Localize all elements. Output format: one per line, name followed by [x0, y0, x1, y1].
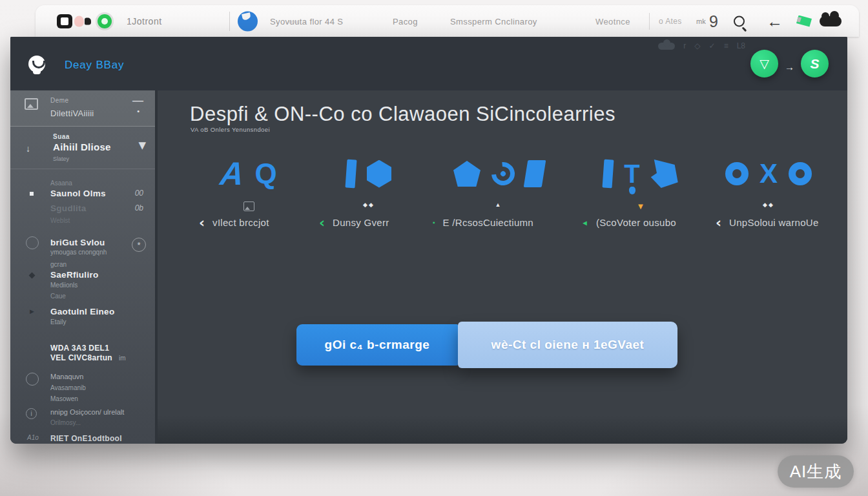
menu-item-5[interactable]: o Ates: [659, 17, 682, 26]
cloud-icon[interactable]: [820, 16, 842, 26]
apple-glyph-icon: [85, 17, 91, 25]
profile-name: Aihiil Dliose: [53, 141, 111, 152]
category-label[interactable]: E /RcsosCuiectiumn: [443, 217, 533, 228]
app-header: Deay BBay r ◇ ✓ ≡ L8 ▽ → S: [10, 37, 847, 90]
category-warehouse[interactable]: X ◆◆ ‹ UnpSoloui warnoUe: [710, 155, 827, 239]
arrow-right-icon: →: [785, 61, 794, 72]
image-marker-icon: [243, 202, 254, 211]
mini-cloud-icon: [658, 43, 675, 50]
g-circle-icon: [26, 236, 39, 249]
image-frame-icon: [25, 98, 38, 110]
category-project[interactable]: A Q ‹ vIlect brccjot: [194, 155, 304, 239]
collapse-dash-icon[interactable]: —: [132, 94, 143, 107]
download-arrow-icon: ↓: [26, 143, 30, 154]
back-arrow-icon[interactable]: ←: [767, 12, 783, 30]
webcam-logo-icon: [28, 56, 45, 72]
count-badge: 0b: [135, 203, 143, 212]
sidebar-profile[interactable]: ↓ Suaa Aihiil Dliose Slatey ▼: [10, 132, 155, 169]
square-bullet-icon: [30, 192, 34, 196]
secondary-action-button[interactable]: wè-Ct cl oiene ʜ 1eGVaet: [458, 322, 677, 368]
x-shape-icon: X: [760, 158, 778, 189]
triangle-marker-icon: ▲: [428, 202, 570, 214]
folded-shape-icon: [651, 160, 678, 188]
q-shape-icon: Q: [254, 158, 276, 190]
parallelogram-icon: [524, 160, 546, 187]
yellow-marker-icon: ▼: [576, 202, 705, 214]
sidebar: Deme DilettiVAiiiii — • ↓ Suaa Aihiil Dl…: [10, 90, 155, 444]
app-window: Deay BBay r ◇ ✓ ≡ L8 ▽ → S Deme DilettiV…: [10, 37, 847, 444]
green-diamond-icon[interactable]: [796, 16, 812, 27]
page-title: Despfi & ON--Co co Clawaoen SiCincolearr…: [190, 103, 615, 126]
menu-item-3[interactable]: Smssperm Cnclinaroy: [450, 16, 537, 26]
category-label[interactable]: UnpSoloui warnoUe: [729, 217, 819, 228]
sidebar-item-weblst[interactable]: Weblst: [50, 217, 155, 224]
download-button[interactable]: ▽: [750, 50, 778, 78]
mini-l8-label: L8: [737, 41, 745, 50]
menu-item-2[interactable]: Pacog: [393, 16, 418, 26]
hexagon-icon: [367, 160, 391, 188]
search-icon[interactable]: [734, 16, 745, 26]
mini-r-label: r: [683, 41, 686, 50]
chevron-left-green-icon[interactable]: ‹: [319, 218, 325, 227]
site-favicon[interactable]: [238, 11, 258, 31]
category-label[interactable]: Dunsy Gverr: [333, 217, 389, 228]
bar-icon: [345, 160, 356, 189]
window-control-dark-icon[interactable]: [57, 14, 72, 28]
profile-subtitle: Slatey: [53, 156, 69, 162]
browser-chrome: 1Jotront Syovuuta flor 44 S snno Pacog S…: [36, 5, 859, 37]
pentagon-icon: [453, 161, 480, 187]
category-label[interactable]: (ScoVoter ousubo: [596, 217, 676, 228]
green-arrow-bullet-icon: ◄: [581, 219, 588, 227]
page-subtitle: VA oB Onlers Yenunsndoei: [191, 126, 270, 133]
zoom-label: mk: [696, 17, 706, 25]
window-control-green-icon[interactable]: [98, 14, 112, 28]
green-bullet-icon: ▪: [433, 219, 435, 226]
menu-item-1-sub: snno: [289, 19, 300, 23]
category-dunsy[interactable]: ◆◆ ‹ Dunsy Gverr: [314, 155, 424, 239]
refresh-circle-icon: [487, 158, 520, 191]
category-label[interactable]: vIlect brccjot: [212, 217, 269, 228]
panel-title: Deme: [50, 97, 69, 104]
chevron-left-icon[interactable]: ‹: [716, 218, 721, 227]
clock-circle-icon: [26, 373, 39, 386]
hamburger-icon[interactable]: ≡: [724, 41, 728, 50]
flag-icon: ►: [28, 307, 36, 315]
main-content: Despfi & ON--Co co Clawaoen SiCincolearr…: [155, 90, 847, 444]
ring-icon: [789, 162, 812, 185]
ring-icon: [725, 162, 749, 185]
dot-icon: •: [137, 107, 140, 115]
count-badge: 00: [135, 189, 143, 198]
toolbar-divider: [229, 12, 230, 31]
toolbar-divider: [649, 13, 650, 30]
a-shape-icon: A: [218, 155, 245, 192]
bar-icon: [603, 160, 614, 189]
zoom-value: 9: [709, 12, 718, 30]
dots-marker-icon: ◆◆: [710, 202, 827, 214]
profile-eyebrow: Suaa: [53, 133, 70, 140]
chevron-left-icon[interactable]: ‹: [199, 218, 205, 227]
row-prefix: A1o: [27, 434, 39, 441]
dark-dot-icon: [29, 273, 36, 279]
sidebar-item-caue[interactable]: Caue: [50, 293, 155, 300]
dots-marker-icon: ◆◆: [314, 202, 424, 214]
tab-title[interactable]: 1Jotront: [127, 16, 162, 26]
category-collection[interactable]: ▲ ▪ E /RcsosCuiectiumn: [428, 155, 570, 239]
menu-item-1[interactable]: Syovuuta flor 44 S: [270, 16, 343, 26]
panel-subtitle: DilettiVAiiiii: [50, 108, 94, 118]
star-badge-icon: *: [132, 238, 146, 252]
menu-item-4[interactable]: Weotnce: [595, 16, 630, 26]
window-control-pink-icon[interactable]: [74, 16, 84, 26]
sidebar-item-asaana[interactable]: Asaana: [50, 180, 155, 187]
diamond-icon: ◇: [694, 41, 700, 50]
sidebar-top-panel[interactable]: Deme DilettiVAiiiii — •: [10, 90, 155, 127]
category-voter[interactable]: T ▼ ◄ (ScoVoter ousubo: [576, 155, 705, 239]
ai-generated-watermark: AI生成: [778, 455, 854, 488]
check-icon: ✓: [709, 41, 716, 50]
t-droplet-icon: T: [624, 160, 639, 189]
info-circle-icon: i: [26, 408, 37, 419]
chevron-down-icon[interactable]: ▼: [138, 141, 146, 150]
brand-title[interactable]: Deay BBay: [65, 59, 124, 72]
currency-button[interactable]: S: [801, 50, 829, 78]
header-mini-icons: r ◇ ✓ ≡ L8: [658, 41, 745, 50]
primary-action-button[interactable]: gOi c₄ b-crmarge: [296, 324, 458, 366]
